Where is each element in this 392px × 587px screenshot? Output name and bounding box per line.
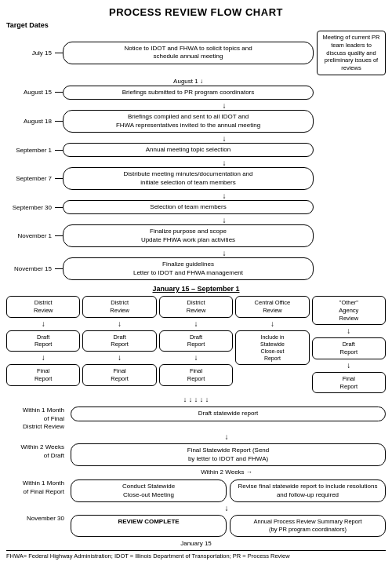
flow-row-sep7: September 7 Distribute meeting minutes/d… xyxy=(6,167,386,190)
date-aug18: August 18 xyxy=(6,118,55,125)
box-nov15: Finalize guidelinesLetter to IDOT and FH… xyxy=(63,257,314,280)
grid-col-2: DistrictReview ↓ DraftReport ↓ FinalRepo… xyxy=(82,296,156,393)
flow-row-nov1: November 1 Finalize purpose and scopeUpd… xyxy=(6,224,386,247)
grid-box-4-2: Include inStatewideClose-outReport xyxy=(235,330,309,365)
bottom-box-3a: Conduct StatewideClose-out Meeting xyxy=(71,479,227,502)
bottom-box-2: Final Statewide Report (Sendby letter to… xyxy=(71,443,386,466)
within2weeks-label: Within 2 Weeks → xyxy=(6,469,386,476)
grid-col-1: DistrictReview ↓ DraftReport ↓ FinalRepo… xyxy=(6,296,80,393)
box-aug15: Briefings submitted to PR program coordi… xyxy=(63,86,314,100)
grid-col-4: Central OfficeReview ↓ Include inStatewi… xyxy=(235,296,309,393)
box-sep30: Selection of team members xyxy=(63,200,314,214)
date-line7 xyxy=(55,235,63,236)
grid-box-1-3: FinalReport xyxy=(6,364,80,386)
grid-box-2-2: DraftReport xyxy=(82,330,156,352)
grid-col-3: DistrictReview ↓ DraftReport ↓ FinalRepo… xyxy=(159,296,233,393)
box-july15: Notice to IDOT and FHWA to solicit topic… xyxy=(63,42,314,64)
side-note: Meeting of current PR team leaders to di… xyxy=(317,31,386,75)
arrow-2-1: ↓ xyxy=(118,320,122,328)
box-sep7: Distribute meeting minutes/documentation… xyxy=(63,167,314,190)
grid-box-4-1: Central OfficeReview xyxy=(235,296,309,318)
arrow-5-2: ↓ xyxy=(347,362,350,370)
flowchart: Target Dates July 15 Notice to IDOT and … xyxy=(6,21,386,560)
grid-box-1-1: DistrictReview xyxy=(6,296,80,318)
flow-row-nov15: November 15 Finalize guidelinesLetter to… xyxy=(6,257,386,280)
date-july15: July 15 xyxy=(6,49,55,57)
flow-row-aug18: August 18 Briefings compiled and sent to… xyxy=(6,110,386,133)
date-line5 xyxy=(55,178,63,179)
flow-row-july15: July 15 Notice to IDOT and FHWA to solic… xyxy=(6,31,386,75)
flow-row-aug15: August 15 Briefings submitted to PR prog… xyxy=(6,86,386,100)
box-sep1: Annual meeting topic selection xyxy=(63,143,314,157)
bottom-section: Within 1 Monthof FinalDistrict Review Dr… xyxy=(6,407,386,546)
arrow1: ↓ xyxy=(63,102,386,110)
grid-box-3-2: DraftReport xyxy=(159,330,233,352)
bottom-box-1: Draft statewide report xyxy=(71,407,386,421)
bottom-row-4: November 30 REVIEW COMPLETE Annual Proce… xyxy=(6,515,386,537)
date-line8 xyxy=(55,268,63,269)
flow-row-sep1: September 1 Annual meeting topic selecti… xyxy=(6,143,386,157)
arrow-bottom-1: ↓ xyxy=(67,433,386,441)
bottom-date-2: Within 2 Weeksof Draft xyxy=(6,443,67,460)
grid-box-5-1: "Other"AgencyReview xyxy=(312,296,386,325)
grid-col-5: "Other"AgencyReview ↓ DraftReport ↓ Fina… xyxy=(312,296,386,393)
bottom-row-1: Within 1 Monthof FinalDistrict Review Dr… xyxy=(6,407,386,431)
date-line3 xyxy=(55,121,63,122)
bottom-date-3: Within 1 Monthof Final Report xyxy=(6,479,67,496)
arrow2: ↓ xyxy=(63,135,386,143)
footnote: FHWA= Federal Highway Administration; ID… xyxy=(6,550,386,561)
date-line2 xyxy=(55,92,63,93)
arrow6: ↓ xyxy=(63,250,386,257)
arrow-4-1: ↓ xyxy=(270,320,274,328)
box-nov1: Finalize purpose and scopeUpdate FHWA wo… xyxy=(63,224,314,247)
lower-grid: DistrictReview ↓ DraftReport ↓ FinalRepo… xyxy=(6,296,386,393)
arrow-5-1: ↓ xyxy=(347,327,350,335)
grid-box-5-3: FinalReport xyxy=(312,372,386,394)
arrow3: ↓ xyxy=(63,159,386,167)
date-aug15: August 15 xyxy=(6,89,55,96)
arrow-3-1: ↓ xyxy=(194,320,198,328)
review-complete-box: REVIEW COMPLETE xyxy=(71,515,227,537)
date-line6 xyxy=(55,207,63,208)
arrow-1-2: ↓ xyxy=(42,354,45,362)
annual-report-box: Annual Process Review Summary Report(by … xyxy=(230,515,386,537)
bottom-box-3b: Revise final statewide report to include… xyxy=(230,479,386,502)
date-nov15: November 15 xyxy=(6,265,55,272)
box-aug18: Briefings compiled and sent to all IDOT … xyxy=(63,110,314,133)
date-sep7: September 7 xyxy=(6,175,55,182)
flow-row-sep30: September 30 Selection of team members xyxy=(6,200,386,214)
converge-arrows: ↓ ↓ ↓ ↓ ↓ xyxy=(6,396,386,403)
grid-box-2-1: DistrictReview xyxy=(82,296,156,318)
arrow-3-2: ↓ xyxy=(194,354,198,362)
bottom-row-2: Within 2 Weeksof Draft Final Statewide R… xyxy=(6,443,386,466)
two-col: Conduct StatewideClose-out Meeting Revis… xyxy=(71,479,386,502)
target-dates-label: Target Dates xyxy=(6,21,386,29)
arrow-1-1: ↓ xyxy=(42,320,45,328)
bottom-date-1: Within 1 Monthof FinalDistrict Review xyxy=(6,407,67,431)
grid-box-2-3: FinalReport xyxy=(82,364,156,386)
date-line xyxy=(55,53,63,53)
arrow-bottom-2: ↓ xyxy=(67,505,386,512)
grid-box-1-2: DraftReport xyxy=(6,330,80,352)
grid-box-3-1: DistrictReview xyxy=(159,296,233,318)
date-sep1: September 1 xyxy=(6,147,55,154)
arrow4: ↓ xyxy=(63,192,386,200)
grid-box-3-3: FinalReport xyxy=(159,364,233,386)
arrow-2-2: ↓ xyxy=(118,354,122,362)
two-col-4: REVIEW COMPLETE Annual Process Review Su… xyxy=(71,515,386,537)
page-title: PROCESS REVIEW FLOW CHART xyxy=(6,6,386,18)
date-nov1: November 1 xyxy=(6,232,55,239)
section-title: January 15 – September 1 xyxy=(6,285,386,293)
date-line4 xyxy=(55,150,63,151)
bottom-row-3: Within 1 Monthof Final Report Conduct St… xyxy=(6,479,386,502)
bottom-date-4: November 30 xyxy=(6,515,67,523)
january15-label: January 15 xyxy=(6,540,386,547)
grid-box-5-2: DraftReport xyxy=(312,337,386,359)
arrow5: ↓ xyxy=(63,217,386,224)
date-sep30: September 30 xyxy=(6,204,55,211)
